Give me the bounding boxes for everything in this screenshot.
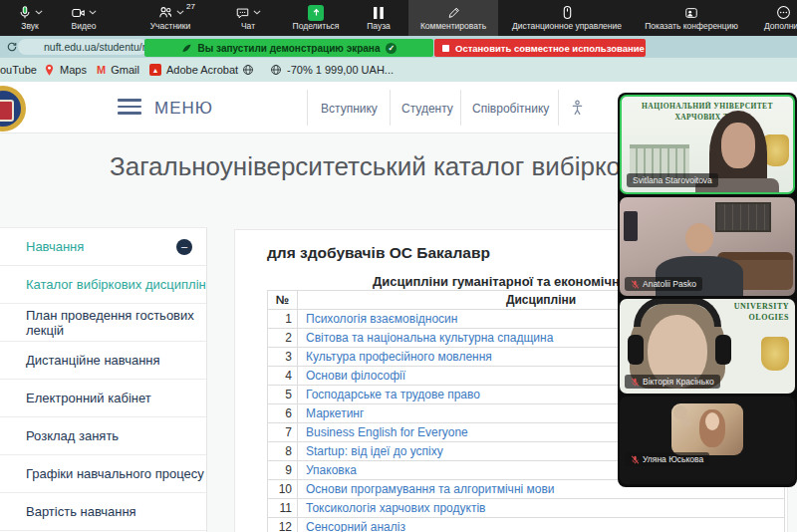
- annotate-button[interactable]: Комментировать: [408, 0, 498, 36]
- show-conference-icon: [683, 6, 699, 20]
- bookmark-shop[interactable]: -70% 1 999,00 UAH...: [270, 62, 394, 78]
- menu-button[interactable]: МЕНЮ: [154, 99, 213, 119]
- audio-button[interactable]: Звук: [6, 0, 54, 36]
- pause-button[interactable]: Пауза: [357, 0, 400, 36]
- sidebar: Навчання – Каталог вибіркових дисциплін …: [0, 227, 207, 532]
- sidebar-item-label: Каталог вибіркових дисциплін: [26, 277, 206, 292]
- share-screen-button[interactable]: Поделиться: [287, 0, 345, 36]
- row-link[interactable]: Маркетинг: [306, 406, 364, 420]
- sidebar-item-ecabinet[interactable]: Електронний кабінет: [0, 380, 206, 417]
- table-row: 11 Токсикологія харчових продуктів: [268, 499, 785, 518]
- remote-control-button[interactable]: Дистанционное управление: [502, 0, 632, 36]
- sidebar-item-label: Електронний кабінет: [26, 391, 151, 405]
- row-link[interactable]: Психологія взаємовідносин: [306, 312, 457, 326]
- video-button[interactable]: Видео: [58, 0, 110, 36]
- nav-divider: [558, 90, 559, 126]
- university-logo: [0, 86, 26, 132]
- maps-pin-icon: [44, 64, 55, 77]
- more-button[interactable]: Дополнит: [753, 0, 797, 36]
- sidebar-item-navchannia[interactable]: Навчання –: [0, 228, 206, 266]
- row-link[interactable]: Основи філософії: [306, 369, 405, 383]
- bookmark-youtube[interactable]: ouTube: [0, 62, 37, 78]
- bookmark-gmail[interactable]: M Gmail: [97, 62, 139, 78]
- row-link[interactable]: Сенсорний аналіз: [306, 520, 405, 532]
- participants-label: Участники: [150, 22, 191, 31]
- accessibility-icon[interactable]: [570, 100, 585, 117]
- check-icon: ✓: [386, 43, 397, 54]
- row-link[interactable]: Основи програмування та алгоритмічні мов…: [306, 482, 555, 496]
- bookmark-site-1[interactable]: [242, 62, 254, 78]
- row-link[interactable]: Упаковка: [306, 463, 357, 477]
- row-num: 7: [268, 423, 298, 442]
- row-num: 8: [268, 442, 298, 461]
- participant-tile-svitlana[interactable]: НАЦІОНАЛЬНИЙ УНІВЕРСИТЕТ ХАРЧОВИХ ТЕХ Sv…: [620, 95, 795, 194]
- wall-shelf-graphic: [715, 202, 771, 232]
- sidebar-item-label: Графіки навчального процесу: [26, 466, 204, 481]
- row-link[interactable]: Business English for Everyone: [306, 425, 468, 439]
- pencil-icon: [446, 6, 461, 20]
- chevron-down-icon[interactable]: [253, 10, 261, 15]
- bookmark-maps-label: Maps: [60, 64, 87, 76]
- row-num: 1: [268, 310, 298, 329]
- row-num: 11: [268, 499, 298, 518]
- annotate-label: Комментировать: [420, 22, 486, 31]
- stop-sharing-button[interactable]: Остановить совместное использование: [434, 39, 646, 57]
- sidebar-item-catalog[interactable]: Каталог вибіркових дисциплін: [0, 266, 206, 304]
- page-title: Загальноуніверситетський каталог вибірко…: [110, 151, 684, 182]
- participants-count-badge: 27: [186, 2, 195, 11]
- sidebar-item-tuition[interactable]: Вартість навчання: [0, 493, 206, 531]
- sidebar-item-label: Вартість навчання: [26, 504, 136, 519]
- sidebar-item-label: Навчання: [26, 239, 84, 254]
- row-num: 12: [268, 518, 298, 532]
- table-row: 12 Сенсорний аналіз: [268, 518, 785, 532]
- chat-icon: [235, 6, 250, 20]
- sidebar-item-label: Розклад занять: [26, 428, 119, 443]
- gmail-icon: M: [97, 64, 106, 76]
- row-link[interactable]: Токсикологія харчових продуктів: [306, 501, 485, 515]
- nav-divider: [307, 90, 308, 126]
- meeting-toolbar: Звук Видео 27 Участники Чат: [0, 0, 797, 36]
- nav-student[interactable]: Студенту: [401, 102, 453, 116]
- collapse-minus-icon[interactable]: –: [176, 239, 192, 255]
- participant-tile-anatolii[interactable]: Anatolii Pasko: [620, 197, 795, 296]
- share-screen-icon: [308, 5, 324, 21]
- bookmarks-bar: ouTube Maps M Gmail ▲ Adobe Acrobat -70%…: [0, 58, 797, 82]
- bookmark-acrobat[interactable]: ▲ Adobe Acrobat: [149, 62, 238, 78]
- chevron-down-icon[interactable]: [35, 10, 43, 15]
- sidebar-item-guest-lectures[interactable]: План проведення гостьових лекцій: [0, 304, 206, 342]
- participants-button[interactable]: 27 Участники: [135, 0, 205, 36]
- more-icon: [776, 5, 791, 20]
- headphones-graphic: [634, 299, 721, 327]
- row-link[interactable]: Світова та національна культурна спадщин…: [306, 331, 553, 345]
- participant-tile-uliana[interactable]: Уляна Юськова: [620, 397, 795, 484]
- chevron-down-icon[interactable]: [89, 10, 97, 15]
- row-num: 9: [268, 461, 298, 480]
- participant-name: Anatolii Pasko: [643, 279, 696, 289]
- sidebar-item-schedule[interactable]: Розклад занять: [0, 417, 206, 455]
- hamburger-icon[interactable]: [118, 99, 141, 117]
- bookmark-youtube-label: ouTube: [0, 64, 37, 76]
- bookmark-maps[interactable]: Maps: [44, 62, 87, 78]
- virtual-bg-text: UNIVERSITY: [734, 302, 789, 311]
- sidebar-item-process-graphs[interactable]: Графіки навчального процесу: [0, 455, 206, 493]
- participant-tile-viktoriia[interactable]: UNIVERSITY OLOGIES Вікторія Красінько: [620, 299, 795, 394]
- sidebar-item-distance-learning[interactable]: Дистанційне навчання: [0, 342, 206, 380]
- chevron-down-icon[interactable]: [176, 10, 184, 15]
- show-conference-button[interactable]: Показать конференцию: [634, 0, 749, 36]
- participant-name-badge: Svitlana Starovoitova: [627, 173, 718, 187]
- reload-icon[interactable]: [6, 41, 18, 53]
- nav-applicant[interactable]: Вступнику: [321, 102, 378, 116]
- sidebar-item-label: План проведення гостьових лекцій: [26, 308, 206, 338]
- row-link[interactable]: Культура професійного мовлення: [306, 350, 492, 364]
- content-subtitle: для здобувачів ОС Бакалавр: [267, 244, 490, 262]
- video-label: Видео: [72, 22, 97, 31]
- globe-icon: [242, 64, 254, 76]
- sidebar-item-label: Дистанційне навчання: [26, 353, 160, 368]
- row-link[interactable]: Startup: від ідеї до успіху: [306, 444, 443, 458]
- pause-label: Пауза: [367, 22, 391, 31]
- row-num: 6: [268, 404, 298, 423]
- row-link[interactable]: Господарське та трудове право: [306, 388, 480, 401]
- row-num: 3: [268, 348, 298, 367]
- chat-button[interactable]: Чат: [225, 0, 271, 36]
- nav-staff[interactable]: Співробітнику: [472, 102, 549, 116]
